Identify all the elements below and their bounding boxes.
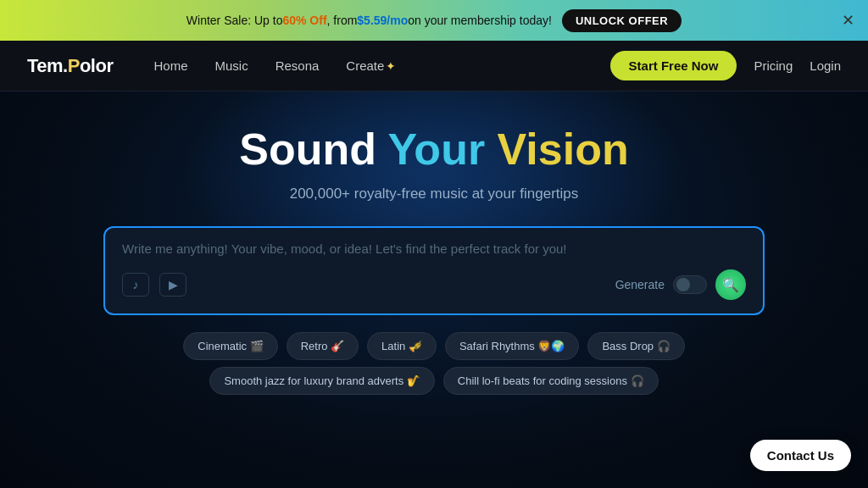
nav-right: Start Free Now Pricing Login [610, 51, 841, 80]
generate-area: Generate 🔍 [615, 269, 746, 300]
tag-bass-drop[interactable]: Bass Drop 🎧 [587, 332, 684, 360]
create-label: Create [346, 58, 384, 73]
pricing-link[interactable]: Pricing [754, 58, 793, 73]
tag-cinematic[interactable]: Cinematic 🎬 [183, 332, 277, 360]
nav-music[interactable]: Music [214, 58, 248, 73]
generate-label: Generate [615, 278, 665, 291]
login-link[interactable]: Login [810, 58, 841, 73]
tags-row1: Cinematic 🎬 Retro 🎸 Latin 🎺 Safari Rhyth… [183, 332, 684, 360]
headline-part3: Vision [485, 125, 629, 174]
contact-us-button[interactable]: Contact Us [750, 440, 851, 471]
search-footer: ♪ ▶ Generate 🔍 [122, 269, 746, 300]
navbar: Tem.Polor Home Music Resona Create✦ Star… [0, 41, 868, 92]
generate-toggle[interactable] [673, 275, 707, 294]
unlock-offer-button[interactable]: UNLOCK OFFER [562, 9, 682, 32]
search-box: ♪ ▶ Generate 🔍 [103, 226, 765, 315]
headline-part1: Sound [239, 125, 387, 174]
banner-highlight-blue: $5.59/mo [357, 14, 408, 27]
headline-part2: Your [388, 125, 486, 174]
tag-smooth-jazz[interactable]: Smooth jazz for luxury brand adverts 🎷 [209, 367, 434, 395]
main-content: Sound Your Vision 200,000+ royalty-free … [0, 92, 868, 488]
nav-links: Home Music Resona Create✦ [153, 58, 609, 73]
banner-text-post: on your membership today! [408, 14, 552, 27]
tag-chill-lofi[interactable]: Chill lo-fi beats for coding sessions 🎧 [443, 367, 659, 395]
nav-resona[interactable]: Resona [275, 58, 320, 73]
tag-retro[interactable]: Retro 🎸 [287, 332, 359, 360]
promo-banner: Winter Sale: Up to 60% Off , from $5.59/… [0, 0, 868, 41]
toggle-thumb [676, 278, 690, 291]
logo[interactable]: Tem.Polor [27, 55, 113, 77]
create-star-icon: ✦ [386, 59, 396, 73]
banner-text-pre: Winter Sale: Up to [186, 14, 283, 27]
tag-latin[interactable]: Latin 🎺 [367, 332, 437, 360]
banner-highlight-orange: 60% Off [282, 14, 326, 27]
tags-row2: Smooth jazz for luxury brand adverts 🎷 C… [209, 367, 658, 395]
banner-text-mid: , from [327, 14, 358, 27]
tag-safari-rhythms[interactable]: Safari Rhythms 🦁🌍 [445, 332, 579, 360]
play-icon-button[interactable]: ▶ [159, 273, 186, 297]
nav-home[interactable]: Home [153, 58, 187, 73]
hero-subheadline: 200,000+ royalty-free music at your fing… [290, 186, 579, 202]
nav-create[interactable]: Create✦ [346, 58, 396, 73]
start-free-button[interactable]: Start Free Now [610, 51, 737, 80]
search-input[interactable] [122, 241, 746, 256]
search-icon-group: ♪ ▶ [122, 273, 186, 297]
search-go-button[interactable]: 🔍 [715, 269, 746, 300]
hero-headline: Sound Your Vision [239, 125, 628, 174]
music-file-icon-button[interactable]: ♪ [122, 273, 149, 297]
banner-close-button[interactable]: ✕ [842, 11, 854, 30]
